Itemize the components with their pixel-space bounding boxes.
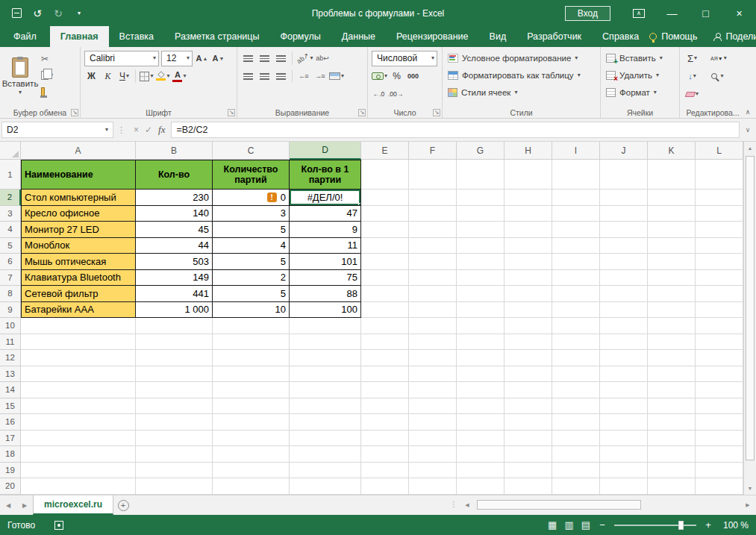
cell-C13[interactable] bbox=[213, 366, 290, 383]
cell-K12[interactable] bbox=[648, 350, 696, 366]
cell-F9[interactable] bbox=[409, 302, 457, 319]
cell-F17[interactable] bbox=[409, 431, 457, 447]
cell-F1[interactable] bbox=[409, 160, 457, 190]
cell-J8[interactable] bbox=[600, 286, 648, 302]
cell-H17[interactable] bbox=[504, 431, 552, 447]
ribbon-tab-6[interactable]: Вид bbox=[479, 26, 517, 47]
cell-D19[interactable] bbox=[290, 463, 361, 479]
ribbon-display-options-button[interactable]: ∧ bbox=[622, 0, 655, 26]
help-button[interactable]: Помощь bbox=[649, 31, 697, 42]
cell-I6[interactable] bbox=[552, 254, 600, 270]
row-header-9[interactable]: 9 bbox=[0, 302, 21, 319]
cell-E3[interactable] bbox=[361, 206, 409, 222]
cell-H14[interactable] bbox=[504, 382, 552, 398]
cell-D3[interactable]: 47 bbox=[290, 206, 361, 222]
cell-H10[interactable] bbox=[504, 318, 552, 334]
cell-F15[interactable] bbox=[409, 398, 457, 415]
cell-F10[interactable] bbox=[409, 318, 457, 334]
cell-K3[interactable] bbox=[648, 206, 696, 222]
cell-E15[interactable] bbox=[361, 398, 409, 415]
fill-color-button[interactable]: ▾ bbox=[156, 69, 170, 84]
zoom-level[interactable]: 100 % bbox=[720, 520, 749, 531]
cell-L11[interactable] bbox=[696, 334, 743, 351]
cell-E2[interactable] bbox=[361, 190, 409, 206]
italic-button[interactable]: К bbox=[101, 69, 115, 84]
cell-J12[interactable] bbox=[600, 350, 648, 366]
cell-E19[interactable] bbox=[361, 463, 409, 479]
column-header-C[interactable]: C bbox=[213, 142, 290, 160]
cell-J1[interactable] bbox=[600, 160, 648, 190]
cell-styles-button[interactable]: Стили ячеек ▾ bbox=[445, 84, 598, 101]
cell-B10[interactable] bbox=[136, 318, 213, 334]
cell-D14[interactable] bbox=[290, 382, 361, 398]
cell-B8[interactable]: 441 bbox=[136, 286, 213, 302]
cell-I12[interactable] bbox=[552, 350, 600, 366]
cell-H3[interactable] bbox=[504, 206, 552, 222]
cell-E20[interactable] bbox=[361, 478, 409, 495]
sign-in-button[interactable]: Вход bbox=[565, 6, 610, 21]
cell-L3[interactable] bbox=[696, 206, 743, 222]
cell-K18[interactable] bbox=[648, 446, 696, 463]
undo-button[interactable]: ↺ bbox=[31, 7, 43, 19]
cell-D15[interactable] bbox=[290, 398, 361, 415]
cell-F7[interactable] bbox=[409, 270, 457, 287]
cell-F5[interactable] bbox=[409, 238, 457, 254]
cell-C5[interactable]: 4 bbox=[213, 238, 290, 254]
cell-E18[interactable] bbox=[361, 446, 409, 463]
ribbon-tab-8[interactable]: Справка bbox=[592, 26, 649, 47]
column-header-E[interactable]: E bbox=[361, 142, 409, 160]
cell-E10[interactable] bbox=[361, 318, 409, 334]
zoom-slider[interactable] bbox=[614, 525, 696, 526]
cell-F19[interactable] bbox=[409, 463, 457, 479]
cell-L4[interactable] bbox=[696, 222, 743, 238]
cell-L18[interactable] bbox=[696, 446, 743, 463]
underline-button[interactable]: Ч▾ bbox=[117, 69, 131, 84]
cell-B11[interactable] bbox=[136, 334, 213, 351]
cell-A12[interactable] bbox=[21, 350, 136, 366]
cell-B13[interactable] bbox=[136, 366, 213, 383]
cell-K13[interactable] bbox=[648, 366, 696, 383]
cell-G15[interactable] bbox=[457, 398, 504, 415]
cell-I20[interactable] bbox=[552, 478, 600, 495]
ribbon-tab-1[interactable]: Вставка bbox=[109, 26, 164, 47]
cell-H15[interactable] bbox=[504, 398, 552, 415]
cell-D8[interactable]: 88 bbox=[290, 286, 361, 302]
cell-F2[interactable] bbox=[409, 190, 457, 206]
cell-B20[interactable] bbox=[136, 478, 213, 495]
cell-I4[interactable] bbox=[552, 222, 600, 238]
cell-K17[interactable] bbox=[648, 431, 696, 447]
cell-H9[interactable] bbox=[504, 302, 552, 319]
cell-A2[interactable]: Стол компьютерный bbox=[21, 190, 136, 206]
cell-K20[interactable] bbox=[648, 478, 696, 495]
normal-view-button[interactable]: ▦ bbox=[548, 520, 557, 530]
row-header-11[interactable]: 11 bbox=[0, 334, 21, 351]
delete-cells-button[interactable]: Удалить ▾ bbox=[603, 66, 677, 84]
format-cells-button[interactable]: Формат ▾ bbox=[603, 84, 677, 101]
cell-H13[interactable] bbox=[504, 366, 552, 383]
column-header-D[interactable]: D bbox=[290, 142, 361, 160]
column-header-L[interactable]: L bbox=[696, 142, 743, 160]
find-select-button[interactable]: ▾ bbox=[710, 69, 725, 84]
scroll-up-button[interactable]: ▲ bbox=[744, 142, 756, 154]
redo-button[interactable]: ↻ bbox=[52, 7, 64, 19]
orientation-button[interactable]: ab↗▾ bbox=[296, 51, 313, 66]
cell-E8[interactable] bbox=[361, 286, 409, 302]
cell-G19[interactable] bbox=[457, 463, 504, 479]
cell-A3[interactable]: Кресло офисное bbox=[21, 206, 136, 222]
ribbon-tab-5[interactable]: Рецензирование bbox=[386, 26, 479, 47]
vertical-scroll-thumb[interactable] bbox=[746, 156, 755, 460]
cell-E5[interactable] bbox=[361, 238, 409, 254]
cell-E4[interactable] bbox=[361, 222, 409, 238]
sheet-nav-left-button[interactable]: ◀ bbox=[0, 495, 16, 515]
cell-D1[interactable]: Кол-во в 1 партии bbox=[290, 160, 361, 190]
cell-J15[interactable] bbox=[600, 398, 648, 415]
cell-H16[interactable] bbox=[504, 414, 552, 431]
cell-C3[interactable]: 3 bbox=[213, 206, 290, 222]
cell-H20[interactable] bbox=[504, 478, 552, 495]
cell-E17[interactable] bbox=[361, 431, 409, 447]
tab-scroll-splitter[interactable]: ⋮ bbox=[450, 500, 457, 508]
select-all-corner[interactable] bbox=[0, 142, 21, 160]
cell-A19[interactable] bbox=[21, 463, 136, 479]
cell-L19[interactable] bbox=[696, 463, 743, 479]
cell-D7[interactable]: 75 bbox=[290, 270, 361, 287]
